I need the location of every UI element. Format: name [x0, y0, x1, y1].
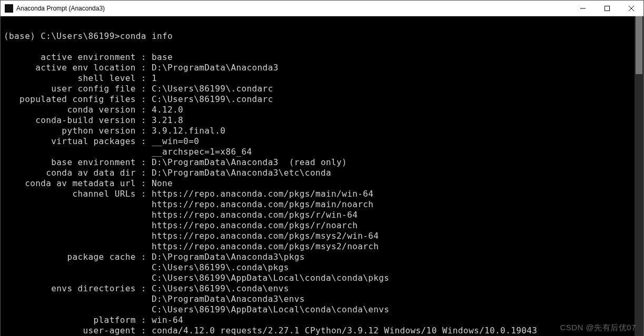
scroll-thumb[interactable] — [636, 16, 642, 74]
scrollbar[interactable] — [635, 16, 643, 336]
minimize-button[interactable] — [571, 1, 595, 16]
window-title: Anaconda Prompt (Anaconda3) — [16, 5, 105, 12]
close-button[interactable] — [619, 1, 643, 16]
window: Anaconda Prompt (Anaconda3) (base) C:\Us… — [0, 0, 644, 336]
terminal-output[interactable]: (base) C:\Users\86199>conda info active … — [1, 16, 635, 336]
titlebar[interactable]: Anaconda Prompt (Anaconda3) — [1, 1, 643, 16]
client-area: (base) C:\Users\86199>conda info active … — [1, 16, 643, 336]
svg-rect-1 — [605, 6, 610, 11]
app-icon — [5, 4, 13, 13]
maximize-button[interactable] — [595, 1, 619, 16]
